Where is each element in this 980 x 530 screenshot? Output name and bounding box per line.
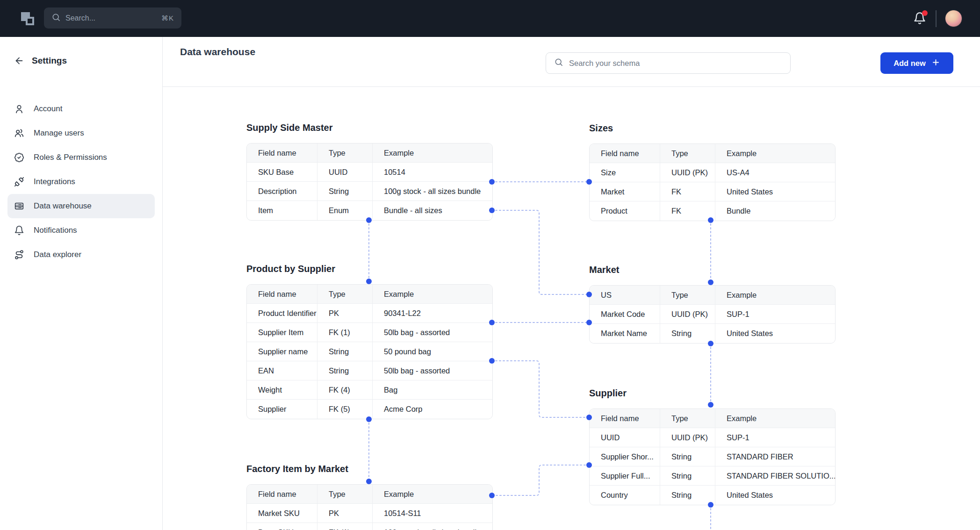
table-cell: SUP-1 [715, 428, 835, 447]
schema-table-supply-side-master: Supply Side MasterField nameTypeExampleS… [246, 122, 492, 221]
table-row: MarketFKUnited States [590, 182, 835, 201]
schema-table: USTypeExampleMarket CodeUUID (PK)SUP-1Ma… [589, 285, 836, 344]
sidebar-item-label: Data explorer [34, 250, 81, 259]
sidebar-item-label: Roles & Permissions [34, 153, 107, 162]
users-icon [14, 128, 24, 138]
table-cell: FK (1) [317, 323, 373, 342]
global-search-input[interactable] [65, 14, 157, 22]
sidebar-item-account[interactable]: Account [7, 97, 155, 121]
table-cell: 10514 [373, 163, 492, 182]
table-row: CountryStringUnited States [590, 486, 835, 505]
schema-table-title: Sizes [589, 123, 835, 134]
table-cell: STANDARD FIBER SOLUTIO... [715, 466, 835, 486]
top-navbar: ⌘K [0, 0, 980, 37]
table-header-cell: Type [317, 143, 373, 163]
sidebar-item-label: Manage users [34, 129, 84, 138]
sidebar-item-label: Data warehouse [34, 201, 92, 211]
table-row: Product IdentifierPK90341-L22 [247, 304, 492, 323]
navbar-right-cluster [913, 0, 962, 37]
table-cell: United States [715, 182, 835, 201]
table-cell: Bundle [715, 201, 835, 221]
table-cell: United States [715, 324, 835, 343]
global-search[interactable]: ⌘K [44, 7, 181, 29]
table-cell: Market [590, 182, 660, 201]
schema-table: Field nameTypeExampleUUIDUUID (PK)SUP-1S… [589, 408, 836, 505]
table-cell: UUID (PK) [660, 163, 715, 182]
table-cell: Country [590, 486, 660, 505]
add-new-label: Add new [894, 59, 926, 68]
table-cell: Market Name [590, 324, 660, 343]
table-cell: Description [247, 182, 317, 201]
table-cell: 90341-L22 [373, 304, 492, 323]
sidebar-title: Settings [32, 56, 67, 66]
user-icon [14, 104, 24, 114]
sidebar-item-integrations[interactable]: Integrations [7, 170, 155, 194]
sidebar-item-data-explorer[interactable]: Data explorer [7, 243, 155, 267]
add-new-button[interactable]: Add new [880, 52, 953, 74]
schema-table: Field nameTypeExampleSKU BaseUUID10514De… [246, 143, 493, 221]
table-cell: FK (1) [317, 523, 373, 530]
table-header-cell: Field name [590, 144, 660, 163]
sidebar-item-label: Integrations [34, 177, 75, 186]
table-cell: PK [317, 504, 373, 523]
table-row: Market CodeUUID (PK)SUP-1 [590, 305, 835, 324]
table-row: Market SKUPK10514-S11 [247, 504, 492, 523]
user-avatar[interactable] [945, 10, 962, 27]
notifications-bell-icon[interactable] [913, 12, 927, 26]
table-cell: SKU Base [247, 163, 317, 182]
table-row: Supplier nameString50 pound bag [247, 342, 492, 361]
table-row: DescriptionString100g stock - all sizes … [247, 182, 492, 201]
logo-square-front [26, 17, 34, 25]
schema-table: Field nameTypeExampleSizeUUID (PK)US-A4M… [589, 143, 836, 221]
table-row: ItemEnumBundle - all sizes [247, 201, 492, 220]
table-row: SKU BaseUUID10514 [247, 163, 492, 182]
schema-search-input[interactable] [569, 59, 782, 68]
table-row: Supplier Full...StringSTANDARD FIBER SOL… [590, 466, 835, 486]
table-cell: Market Code [590, 305, 660, 324]
table-cell: Supplier Shor... [590, 447, 660, 466]
table-header-cell: US [590, 286, 660, 305]
sidebar-item-label: Notifications [34, 226, 77, 235]
schema-search[interactable] [546, 52, 791, 74]
sidebar-item-data-warehouse[interactable]: Data warehouse [7, 194, 155, 218]
table-header-cell: Example [715, 286, 835, 305]
schema-table-title: Factory Item by Market [246, 464, 492, 475]
table-cell: Supplier [247, 400, 317, 419]
badge-check-icon [14, 152, 24, 163]
table-cell: Product [590, 201, 660, 221]
table-cell: Weight [247, 380, 317, 400]
table-cell: Supplier name [247, 342, 317, 361]
table-cell: PK [317, 304, 373, 323]
table-cell: 50lb bag - assorted [373, 361, 492, 380]
sidebar-item-manage-users[interactable]: Manage users [7, 121, 155, 145]
table-cell: String [317, 361, 373, 380]
sidebar-item-notifications[interactable]: Notifications [7, 218, 155, 243]
app-logo-icon[interactable] [21, 12, 35, 26]
route-icon [14, 250, 24, 260]
table-header-cell: Type [660, 144, 715, 163]
table-row: EANString50lb bag - assorted [247, 361, 492, 380]
table-cell: 100g stock - all sizes bundle [373, 523, 492, 530]
table-cell: String [317, 182, 373, 201]
table-header-cell: Example [715, 144, 835, 163]
plus-icon [931, 58, 940, 69]
table-row: WeightFK (4)Bag [247, 380, 492, 400]
bell-icon [14, 225, 24, 236]
table-row: UUIDUUID (PK)SUP-1 [590, 428, 835, 447]
schema-table-factory-item-by-market: Factory Item by MarketField nameTypeExam… [246, 464, 492, 530]
table-header-cell: Field name [247, 143, 317, 163]
back-to-settings[interactable]: Settings [0, 37, 162, 66]
table-header-cell: Example [715, 409, 835, 428]
sidebar-item-roles-permissions[interactable]: Roles & Permissions [7, 145, 155, 170]
search-icon [554, 57, 563, 69]
arrow-left-icon[interactable] [14, 56, 24, 66]
table-cell: FK [660, 182, 715, 201]
table-header-cell: Type [660, 286, 715, 305]
navbar-divider [936, 10, 937, 27]
table-header-cell: Example [373, 485, 492, 504]
search-shortcut-hint: ⌘K [161, 14, 174, 22]
sidebar-item-label: Account [34, 104, 62, 114]
table-cell: Supplier Item [247, 323, 317, 342]
schema-table-title: Product by Supplier [246, 264, 492, 275]
table-row: SupplierFK (5)Acme Corp [247, 400, 492, 419]
